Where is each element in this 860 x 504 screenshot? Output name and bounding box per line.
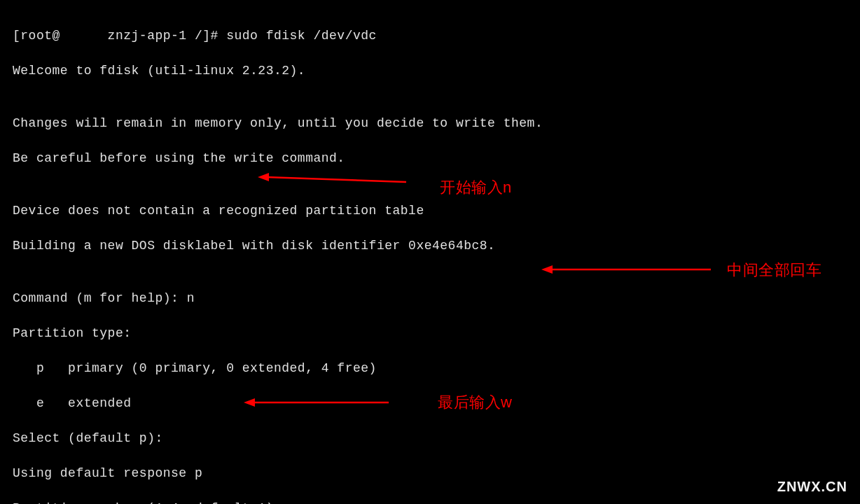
terminal-line: Changes will remain in memory only, unti… [13,115,847,132]
terminal-line: e extended [13,395,847,412]
terminal-line: Partition type: [13,325,847,342]
terminal-line: Welcome to fdisk (util-linux 2.23.2). [13,62,847,80]
terminal-line: Be careful before using the write comman… [13,150,847,167]
terminal-line: Building a new DOS disklabel with disk i… [13,237,847,255]
terminal-line: Device does not contain a recognized par… [13,202,847,220]
terminal-line: Using default response p [13,465,847,482]
annotation-note: 中间全部回车 [727,261,821,279]
terminal-line: Partition number (1-4, default 1): [13,500,847,504]
watermark: ZNWX.CN [777,478,847,496]
annotation-note: 最后输入w [438,393,512,411]
terminal-line: [root@ znzj-app-1 /]# sudo fdisk /dev/vd… [13,27,847,45]
terminal-line: Select (default p): [13,430,847,447]
terminal-output: [root@ znzj-app-1 /]# sudo fdisk /dev/vd… [13,10,847,504]
annotation-note: 开始输入n [440,178,512,196]
terminal-line: p primary (0 primary, 0 extended, 4 free… [13,360,847,377]
terminal-line: Command (m for help): n [13,290,847,307]
